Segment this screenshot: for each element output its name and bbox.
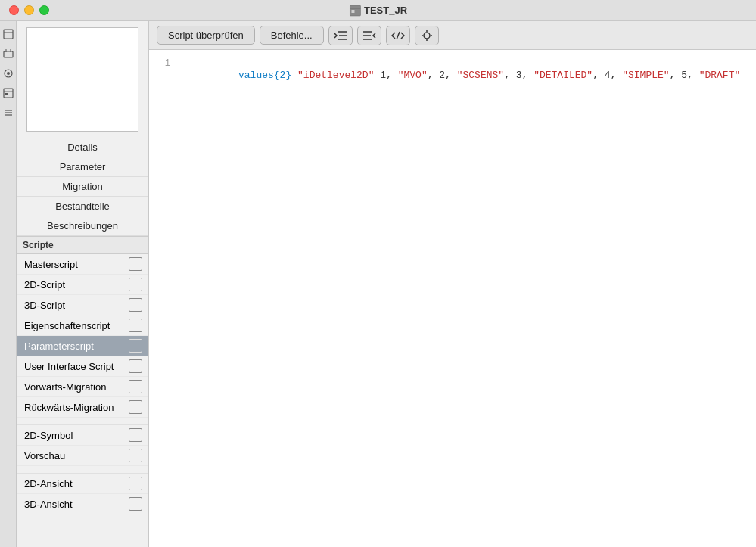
sidebar-icon-2[interactable]	[2, 47, 15, 61]
code-view-button[interactable]	[386, 26, 410, 45]
check-script-button[interactable]: Script überprüfen	[157, 26, 255, 45]
script-row-2d[interactable]: 2D-Script	[17, 275, 148, 295]
script-row-eigenschaft[interactable]: Eigenschaftenscript	[17, 315, 148, 336]
script-row-3d-ansicht[interactable]: 3D-Ansicht	[17, 494, 148, 514]
close-button[interactable]	[9, 5, 19, 15]
indent-left-button[interactable]	[328, 26, 353, 45]
script-row-3d[interactable]: 3D-Script	[17, 295, 148, 315]
script-row-vorschau[interactable]: Vorschau	[17, 446, 148, 466]
divider-2	[17, 466, 148, 474]
maximize-button[interactable]	[39, 5, 49, 15]
commands-button[interactable]: Befehle...	[260, 26, 324, 45]
code-line-1: 1 values{2} "iDetlevel2D" 1, "MVO", 2, "…	[149, 57, 756, 93]
script-icon-ui	[129, 359, 142, 373]
toolbar: Script überprüfen Befehle...	[149, 21, 756, 50]
indent-right-button[interactable]	[357, 26, 381, 45]
script-icon-3d	[129, 298, 142, 312]
script-icon-forward-migration	[129, 380, 142, 393]
script-row-2d-symbol[interactable]: 2D-Symbol	[17, 425, 148, 446]
script-icon-3d-ansicht	[129, 497, 142, 511]
script-row-parameter[interactable]: Parameterscript	[17, 336, 148, 356]
svg-rect-10	[4, 89, 13, 98]
sidebar: Details Parameter Migration Bestandteile…	[17, 21, 149, 547]
script-icon-vorschau	[129, 449, 142, 462]
script-icon-2d-symbol	[129, 428, 142, 442]
script-icon-eigenschaft	[129, 319, 142, 332]
svg-rect-5	[4, 51, 13, 57]
indent-left-icon	[334, 30, 347, 42]
nav-migration[interactable]: Migration	[17, 177, 148, 197]
script-row-masterscript[interactable]: Masterscript	[17, 254, 148, 275]
window-icon	[349, 5, 361, 17]
script-icon-masterscript	[129, 257, 142, 271]
main-layout: Details Parameter Migration Bestandteile…	[0, 21, 756, 547]
theme-button[interactable]	[415, 26, 439, 45]
divider-1	[17, 418, 148, 425]
window-title: TEST_JR	[349, 5, 407, 17]
traffic-lights	[9, 5, 49, 15]
svg-line-22	[397, 32, 400, 39]
sidebar-icon-3[interactable]	[2, 67, 15, 80]
code-editor[interactable]: 1 values{2} "iDetlevel2D" 1, "MVO", 2, "…	[149, 50, 756, 547]
scripts-section-header: Scripte	[17, 236, 148, 254]
script-icon-parameter	[129, 339, 142, 353]
sidebar-icon-4[interactable]	[2, 86, 15, 100]
content-area: Script überprüfen Befehle...	[149, 21, 756, 547]
script-row-backward-migration[interactable]: Rückwärts-Migration	[17, 397, 148, 418]
nav-parameter[interactable]: Parameter	[17, 157, 148, 177]
theme-icon	[421, 30, 433, 42]
line-content-1: values{2} "iDetlevel2D" 1, "MVO", 2, "SC…	[179, 58, 756, 92]
script-row-2d-ansicht[interactable]: 2D-Ansicht	[17, 474, 148, 494]
nav-details[interactable]: Details	[17, 138, 148, 157]
sidebar-icon-1[interactable]	[2, 27, 15, 41]
script-icon-2d-ansicht	[129, 477, 142, 490]
svg-rect-2	[351, 10, 354, 13]
line-number-1: 1	[149, 58, 179, 69]
script-row-ui[interactable]: User Interface Script	[17, 356, 148, 377]
script-row-forward-migration[interactable]: Vorwärts-Migration	[17, 377, 148, 397]
sidebar-icon-5[interactable]	[2, 106, 15, 120]
script-icon-2d	[129, 278, 142, 291]
titlebar: TEST_JR	[0, 0, 756, 21]
nav-bestandteile[interactable]: Bestandteile	[17, 197, 148, 216]
svg-rect-3	[4, 30, 13, 39]
sidebar-icons-column	[0, 21, 17, 547]
svg-point-23	[424, 33, 430, 39]
minimize-button[interactable]	[24, 5, 34, 15]
svg-point-9	[7, 72, 10, 75]
preview-area	[26, 27, 138, 132]
code-icon	[391, 30, 405, 42]
nav-beschreibungen[interactable]: Beschreibungen	[17, 216, 148, 236]
svg-rect-12	[5, 93, 8, 95]
script-icon-backward-migration	[129, 400, 142, 414]
indent-right-icon	[362, 30, 376, 42]
